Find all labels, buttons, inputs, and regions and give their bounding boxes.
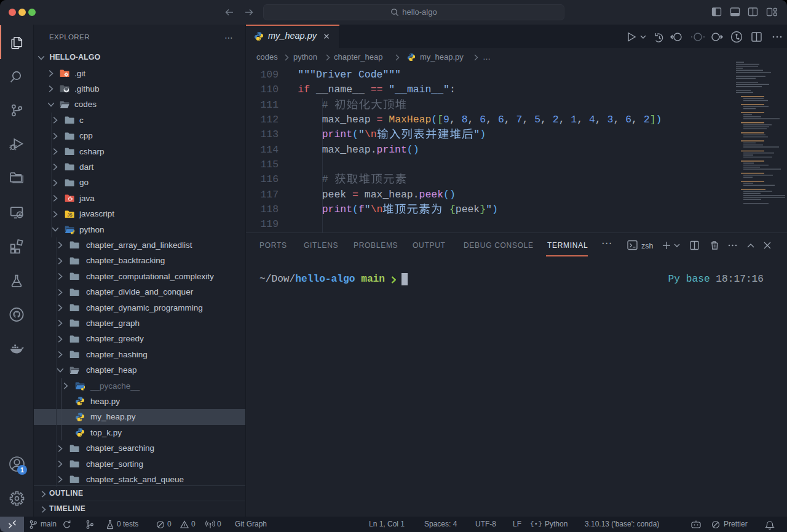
- svg-text:JS: JS: [68, 213, 73, 217]
- svg-text:zsh: zsh: [641, 242, 654, 250]
